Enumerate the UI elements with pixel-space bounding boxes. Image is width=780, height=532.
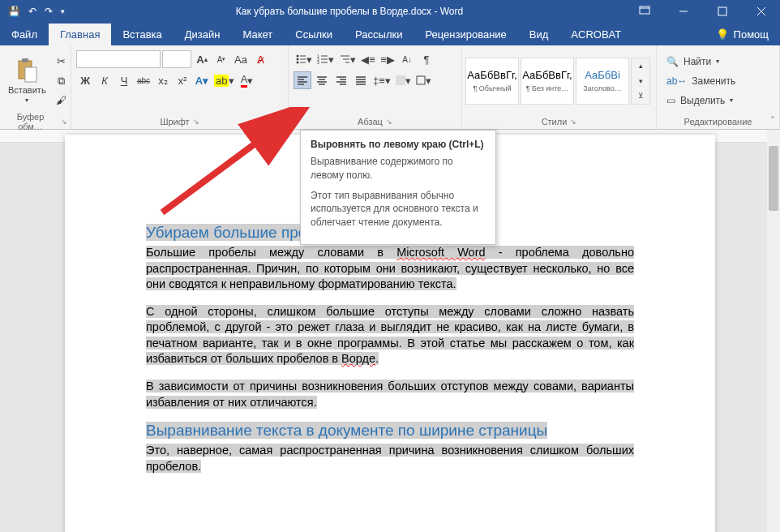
title-bar: 💾 ↶ ↷ ▾ Как убрать большие пробелы в Вор… bbox=[0, 0, 780, 23]
close-icon[interactable] bbox=[743, 0, 780, 23]
quick-access-toolbar: 💾 ↶ ↷ ▾ bbox=[0, 6, 73, 17]
group-styles: АаБбВвГг, ¶ Обычный АаБбВвГг, ¶ Без инте… bbox=[462, 45, 657, 129]
group-font: A▴ A▾ Aa A̷ Ж К Ч abc x₂ x² A▾ ab▾ A▾ Шр… bbox=[71, 45, 289, 129]
line-spacing-button[interactable]: ‡≡▾ bbox=[371, 71, 392, 89]
style-nospacing[interactable]: АаБбВвГг, ¶ Без инте… bbox=[521, 58, 574, 105]
font-color-button[interactable]: A▾ bbox=[238, 71, 255, 89]
align-left-button[interactable] bbox=[294, 71, 311, 89]
tab-layout[interactable]: Макет bbox=[231, 24, 284, 45]
vertical-scrollbar[interactable] bbox=[767, 130, 780, 532]
doc-paragraph: Это, наверное, самая распространенная пр… bbox=[146, 443, 634, 474]
underline-button[interactable]: Ч bbox=[115, 71, 133, 89]
group-paragraph: ▾ 123▾ ▾ ◀≡ ≡▶ A↓ ¶ ‡≡▾ ▾ ▾ Абзац↘ bbox=[289, 45, 462, 129]
multilevel-button[interactable]: ▾ bbox=[337, 50, 358, 68]
svg-rect-0 bbox=[640, 6, 649, 14]
save-icon[interactable]: 💾 bbox=[8, 6, 20, 17]
tab-insert[interactable]: Вставка bbox=[111, 24, 173, 45]
paragraph-launcher-icon[interactable]: ↘ bbox=[386, 118, 392, 126]
tab-mailings[interactable]: Рассылки bbox=[344, 24, 414, 45]
styles-up-icon[interactable]: ▴ bbox=[632, 58, 649, 74]
group-editing: 🔍Найти▾ ab↔Заменить ▭Выделить▾ Редактиро… bbox=[657, 45, 780, 129]
highlight-button[interactable]: ab▾ bbox=[212, 71, 236, 89]
tab-review[interactable]: Рецензирование bbox=[414, 24, 517, 45]
collapse-ribbon-icon[interactable]: ˄ bbox=[770, 115, 775, 126]
window-title: Как убрать большие пробелы в Ворде.docx … bbox=[73, 6, 626, 17]
tab-design[interactable]: Дизайн bbox=[174, 24, 232, 45]
find-button[interactable]: 🔍Найти▾ bbox=[663, 53, 739, 71]
doc-paragraph: С одной стороны, слишком большие отступы… bbox=[146, 304, 634, 367]
svg-point-11 bbox=[297, 58, 299, 61]
superscript-button[interactable]: x² bbox=[174, 71, 191, 89]
replace-button[interactable]: ab↔Заменить bbox=[663, 72, 739, 90]
ribbon: Вставить ▾ ✂ ⧉ 🖌 Буфер обм…↘ A▴ A▾ Aa A̷… bbox=[0, 45, 780, 130]
maximize-icon[interactable] bbox=[704, 0, 741, 23]
tab-acrobat[interactable]: ACROBAT bbox=[559, 24, 632, 45]
strike-button[interactable]: abc bbox=[135, 71, 152, 89]
align-right-button[interactable] bbox=[332, 71, 350, 89]
bullets-button[interactable]: ▾ bbox=[294, 50, 314, 68]
align-center-button[interactable] bbox=[313, 71, 331, 89]
paste-button[interactable]: Вставить ▾ bbox=[3, 54, 51, 107]
sort-button[interactable]: A↓ bbox=[398, 50, 416, 68]
select-button[interactable]: ▭Выделить▾ bbox=[663, 92, 739, 109]
font-launcher-icon[interactable]: ↘ bbox=[193, 118, 199, 126]
find-icon: 🔍 bbox=[666, 56, 679, 67]
undo-icon[interactable]: ↶ bbox=[28, 6, 36, 17]
tab-file[interactable]: Файл bbox=[0, 24, 49, 45]
format-painter-icon[interactable]: 🖌 bbox=[53, 92, 71, 109]
doc-paragraph: В зависимости от причины возникновения б… bbox=[146, 379, 634, 410]
tooltip-align-left: Выровнять по левому краю (Ctrl+L) Выравн… bbox=[300, 130, 496, 245]
cut-icon[interactable]: ✂ bbox=[53, 53, 71, 71]
svg-text:3: 3 bbox=[317, 60, 319, 65]
svg-point-9 bbox=[297, 55, 299, 58]
styles-launcher-icon[interactable]: ↘ bbox=[570, 118, 576, 126]
tab-view[interactable]: Вид bbox=[518, 24, 560, 45]
grow-font-button[interactable]: A▴ bbox=[193, 50, 211, 68]
chevron-down-icon: ▾ bbox=[25, 97, 28, 104]
replace-icon: ab↔ bbox=[666, 75, 687, 87]
minimize-icon[interactable] bbox=[665, 0, 702, 23]
text-effects-button[interactable]: A▾ bbox=[193, 71, 211, 89]
align-justify-button[interactable] bbox=[352, 71, 370, 89]
bulb-icon: 💡 bbox=[716, 28, 729, 41]
copy-icon[interactable]: ⧉ bbox=[53, 72, 71, 90]
shading-button[interactable]: ▾ bbox=[394, 71, 413, 89]
qat-dropdown-icon[interactable]: ▾ bbox=[61, 7, 65, 15]
font-size-combo[interactable] bbox=[162, 50, 191, 68]
doc-paragraph: Большие пробелы между словами в Microsof… bbox=[146, 245, 634, 293]
show-marks-button[interactable]: ¶ bbox=[418, 50, 435, 68]
styles-down-icon[interactable]: ▾ bbox=[632, 73, 649, 88]
clear-format-button[interactable]: A̷ bbox=[251, 50, 269, 68]
svg-rect-7 bbox=[22, 58, 28, 62]
clipboard-launcher-icon[interactable]: ↘ bbox=[61, 118, 67, 126]
borders-button[interactable]: ▾ bbox=[414, 71, 433, 89]
redo-icon[interactable]: ↷ bbox=[45, 6, 53, 17]
svg-rect-40 bbox=[417, 76, 425, 84]
window-controls bbox=[626, 0, 780, 23]
increase-indent-button[interactable]: ≡▶ bbox=[379, 50, 396, 68]
numbering-button[interactable]: 123▾ bbox=[315, 50, 336, 68]
shrink-font-button[interactable]: A▾ bbox=[212, 50, 230, 68]
styles-more-icon[interactable]: ⊻ bbox=[632, 88, 649, 104]
font-name-combo[interactable] bbox=[76, 50, 161, 68]
select-icon: ▭ bbox=[666, 95, 675, 106]
bold-button[interactable]: Ж bbox=[76, 71, 94, 89]
tab-home[interactable]: Главная bbox=[49, 24, 111, 45]
paste-icon bbox=[14, 58, 40, 84]
doc-heading-2: Выравнивание текста в документе по ширин… bbox=[146, 422, 634, 440]
decrease-indent-button[interactable]: ◀≡ bbox=[359, 50, 377, 68]
svg-rect-8 bbox=[25, 67, 36, 82]
italic-button[interactable]: К bbox=[96, 71, 114, 89]
group-clipboard: Вставить ▾ ✂ ⧉ 🖌 Буфер обм…↘ bbox=[0, 45, 71, 129]
ribbon-options-icon[interactable] bbox=[626, 0, 663, 23]
tab-references[interactable]: Ссылки bbox=[284, 24, 344, 45]
scroll-thumb[interactable] bbox=[769, 146, 778, 211]
style-heading1[interactable]: АаБбВі Заголово… bbox=[576, 58, 629, 105]
svg-rect-3 bbox=[718, 7, 726, 15]
subscript-button[interactable]: x₂ bbox=[154, 71, 172, 89]
style-normal[interactable]: АаБбВвГг, ¶ Обычный bbox=[465, 58, 519, 105]
tell-me[interactable]: 💡 Помощ bbox=[705, 24, 780, 45]
ribbon-tabs: Файл Главная Вставка Дизайн Макет Ссылки… bbox=[0, 23, 780, 45]
svg-point-13 bbox=[297, 62, 299, 64]
change-case-button[interactable]: Aa bbox=[232, 50, 250, 68]
